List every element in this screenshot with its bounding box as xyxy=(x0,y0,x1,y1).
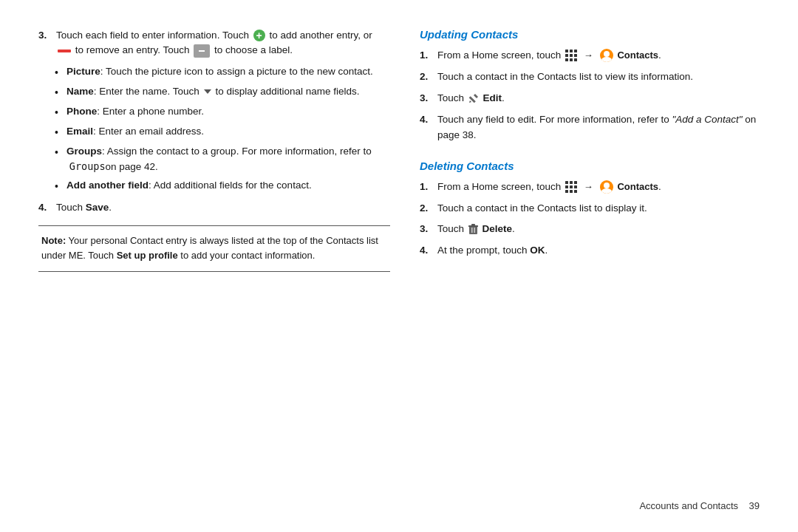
update-step-1: 1. From a Home screen, touch → Contacts. xyxy=(420,48,760,64)
step-4-number: 4. xyxy=(38,200,52,215)
svg-marker-2 xyxy=(474,94,478,98)
right-column: Updating Contacts 1. From a Home screen,… xyxy=(420,28,760,504)
edit-icon xyxy=(468,93,479,103)
svg-rect-4 xyxy=(469,226,477,234)
arrow-icon-2: → xyxy=(584,180,593,194)
bullet-groups: • Groups: Assign the contact to a group.… xyxy=(55,144,390,175)
deleting-contacts-steps: 1. From a Home screen, touch → Contacts.… xyxy=(420,180,760,259)
delete-step-1: 1. From a Home screen, touch → Contacts. xyxy=(420,180,760,195)
updating-contacts-steps: 1. From a Home screen, touch → Contacts.… xyxy=(420,48,760,143)
update-step-4-text: Touch any field to edit. For more inform… xyxy=(437,112,760,143)
delete-step-1-text: From a Home screen, touch → Contacts. xyxy=(437,180,661,195)
bullet-add-field: • Add another field: Add additional fiel… xyxy=(55,178,390,194)
svg-rect-6 xyxy=(474,228,475,233)
svg-marker-0 xyxy=(469,100,471,103)
contacts-label-2: Contacts xyxy=(617,181,658,192)
delete-step-3: 3. Touch Delete. xyxy=(420,222,760,237)
delete-step-3-number: 3. xyxy=(420,222,433,237)
deleting-contacts-title: Deleting Contacts xyxy=(420,160,760,172)
step-4-text: Touch Save. xyxy=(56,200,112,215)
bullet-email-text: Email: Enter an email address. xyxy=(66,124,204,139)
update-step-2: 2. Touch a contact in the Contacts list … xyxy=(420,69,760,85)
label-icon xyxy=(194,44,210,58)
bullet-email: • Email: Enter an email address. xyxy=(55,124,390,140)
contact-icon-2 xyxy=(600,180,613,194)
step-3-text: Touch each field to enter information. T… xyxy=(56,28,390,58)
footer-page: 39 xyxy=(749,500,760,511)
grid-icon xyxy=(565,50,577,61)
bullet-dot: • xyxy=(55,85,62,100)
page-container: 3. Touch each field to enter information… xyxy=(0,0,798,532)
grid-icon-2 xyxy=(565,181,577,193)
update-step-3-text: Touch Edit. xyxy=(437,91,505,106)
delete-step-2-text: Touch a contact in the Contacts list to … xyxy=(437,201,647,216)
bullet-dot: • xyxy=(55,65,62,81)
delete-step-2: 2. Touch a contact in the Contacts list … xyxy=(420,201,760,216)
bullet-list: • Picture: Touch the picture icon to ass… xyxy=(55,64,390,195)
svg-rect-5 xyxy=(471,228,473,233)
footer-text: Accounts and Contacts xyxy=(639,500,738,511)
bullet-phone-text: Phone: Enter a phone number. xyxy=(66,104,204,119)
bullet-phone: • Phone: Enter a phone number. xyxy=(55,104,390,120)
step-3-number: 3. xyxy=(38,28,52,58)
minus-icon xyxy=(58,50,71,52)
chevron-down-icon xyxy=(204,89,211,94)
delete-step-4-number: 4. xyxy=(420,243,433,259)
update-step-4-number: 4. xyxy=(420,112,433,143)
bullet-dot: • xyxy=(55,125,62,140)
contacts-label: Contacts xyxy=(617,50,658,61)
contact-icon xyxy=(600,49,613,62)
bullet-dot: • xyxy=(55,145,62,160)
bullet-add-field-text: Add another field: Add additional fields… xyxy=(66,178,312,193)
page-footer: Accounts and Contacts 39 xyxy=(639,500,760,511)
step-4: 4. Touch Save. xyxy=(38,200,390,215)
bullet-name-text: Name: Enter the name. Touch to display a… xyxy=(66,84,360,99)
delete-step-4-text: At the prompt, touch OK. xyxy=(437,243,548,259)
bullet-dot: • xyxy=(55,105,62,120)
bullet-picture: • Picture: Touch the picture icon to ass… xyxy=(55,64,390,81)
delete-step-4: 4. At the prompt, touch OK. xyxy=(420,243,760,259)
bullet-dot: • xyxy=(55,179,62,194)
svg-rect-8 xyxy=(471,224,475,226)
bullet-picture-text: Picture: Touch the picture icon to assig… xyxy=(66,64,373,79)
updating-contacts-title: Updating Contacts xyxy=(420,28,760,41)
update-step-1-number: 1. xyxy=(420,48,433,64)
svg-marker-3 xyxy=(477,94,478,95)
update-step-3: 3. Touch Edit. xyxy=(420,91,760,106)
note-box: Note: Your personal Contact entry is alw… xyxy=(38,225,390,271)
delete-step-3-text: Touch Delete. xyxy=(437,222,515,237)
delete-step-1-number: 1. xyxy=(420,180,433,195)
note-text: Note: Your personal Contact entry is alw… xyxy=(41,235,378,261)
trash-icon xyxy=(468,224,478,235)
bullet-name: • Name: Enter the name. Touch to display… xyxy=(55,84,390,100)
update-step-4: 4. Touch any field to edit. For more inf… xyxy=(420,112,760,143)
left-column: 3. Touch each field to enter information… xyxy=(38,28,390,504)
plus-icon xyxy=(253,30,265,41)
update-step-3-number: 3. xyxy=(420,91,433,106)
update-step-2-number: 2. xyxy=(420,69,433,85)
delete-step-2-number: 2. xyxy=(420,201,433,216)
step-3-intro: 3. Touch each field to enter information… xyxy=(38,28,390,58)
arrow-icon: → xyxy=(584,48,593,63)
update-step-1-text: From a Home screen, touch → Contacts. xyxy=(437,48,661,64)
update-step-2-text: Touch a contact in the Contacts list to … xyxy=(437,69,693,85)
bullet-groups-text: Groups: Assign the contact to a group. F… xyxy=(66,144,390,175)
